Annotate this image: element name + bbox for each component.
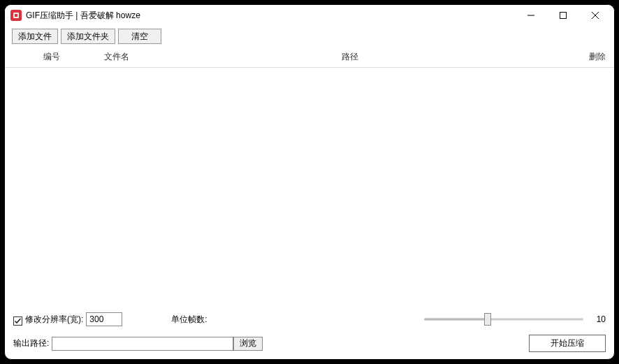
titlebar: GIF压缩助手 | 吾爱破解 howze: [5, 5, 614, 26]
minimize-button[interactable]: [515, 5, 547, 26]
output-path-input[interactable]: [52, 337, 233, 351]
slider-thumb[interactable]: [484, 313, 491, 326]
col-path: 路径: [300, 51, 564, 63]
resize-label: 修改分辨率(宽):: [25, 314, 83, 326]
resize-checkbox[interactable]: [13, 316, 22, 326]
browse-button[interactable]: 浏览: [233, 337, 263, 351]
output-row: 输出路径: 浏览 开始压缩: [5, 329, 614, 359]
frames-value: 10: [592, 314, 606, 324]
toolbar: 添加文件 添加文件夹 清空: [5, 26, 614, 48]
start-compress-button[interactable]: 开始压缩: [529, 335, 606, 352]
frames-slider[interactable]: [424, 312, 583, 326]
add-file-button[interactable]: 添加文件: [12, 29, 58, 44]
svg-rect-1: [15, 14, 17, 17]
col-delete: 删除: [564, 51, 606, 63]
app-window: GIF压缩助手 | 吾爱破解 howze 添加文件 添加文件夹 清空 编号 文件…: [4, 4, 615, 360]
controls-row: 修改分辨率(宽): 单位帧数: 10: [5, 307, 614, 329]
file-list: [5, 68, 614, 307]
svg-rect-3: [560, 13, 567, 19]
clear-button[interactable]: 清空: [118, 29, 161, 44]
table-header: 编号 文件名 路径 删除: [5, 48, 614, 68]
output-label: 输出路径:: [13, 337, 49, 349]
add-folder-button[interactable]: 添加文件夹: [61, 29, 115, 44]
col-number: 编号: [13, 51, 90, 63]
col-filename: 文件名: [90, 51, 300, 63]
maximize-button[interactable]: [547, 5, 579, 26]
app-icon: [10, 10, 22, 21]
frames-label: 单位帧数:: [171, 314, 207, 326]
close-button[interactable]: [579, 5, 611, 26]
resize-width-input[interactable]: [86, 312, 122, 326]
window-title: GIF压缩助手 | 吾爱破解 howze: [26, 10, 140, 22]
